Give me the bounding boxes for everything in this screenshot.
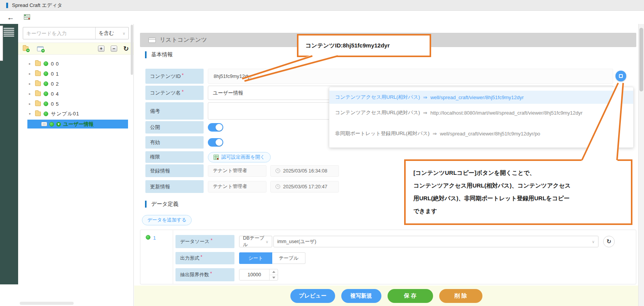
content-tree: ▸ 0 0 ▸ 0 1 ▸ 0 2 ▸ 0 4 xyxy=(18,59,133,128)
side-rail xyxy=(0,24,18,284)
duplicate-new-button[interactable]: 複写新規 xyxy=(341,289,381,303)
expand-all-button[interactable]: + xyxy=(98,46,105,52)
url-value: well/spread_craft/viewer/8hj51fc9my12dyr xyxy=(430,95,524,100)
add-content-icon[interactable] xyxy=(37,46,44,51)
tree-item-04[interactable]: ▸ 0 4 xyxy=(18,89,133,99)
save-button[interactable]: 保 存 xyxy=(388,289,433,303)
updated-timestamp: 2025/03/05 17:20:47 xyxy=(270,181,339,193)
tree-horizontal-scrollbar[interactable] xyxy=(20,302,74,305)
content-url-copy-button[interactable] xyxy=(615,71,626,81)
chevron-down-icon: ∨ xyxy=(123,31,125,36)
url-menu-item-relative[interactable]: コンテンツアクセス用URL(相対パス) ⇒ well/spread_craft/… xyxy=(329,91,633,104)
status-dot-icon xyxy=(146,235,150,240)
search-input[interactable] xyxy=(23,27,95,39)
chevron-right-icon[interactable]: ▸ xyxy=(29,92,32,96)
add-folder-icon[interactable] xyxy=(23,46,29,51)
tree-item-sample01[interactable]: ▾ サンプル01 xyxy=(18,109,133,119)
tree-item-02[interactable]: ▸ 0 2 xyxy=(18,79,133,89)
tree-item-00[interactable]: ▸ 0 0 xyxy=(18,59,133,69)
annotation-content-id-callout: コンテンツID:8hj51fc9my12dyr xyxy=(297,34,431,57)
tree-refresh-icon[interactable]: ↻ xyxy=(123,46,129,52)
field-label: 公開 xyxy=(145,121,204,134)
field-label: 出力形式* xyxy=(175,252,234,264)
tree-item-01[interactable]: ▸ 0 1 xyxy=(18,69,133,79)
folder-icon xyxy=(35,112,41,116)
datasource-table-select[interactable]: imm_user(ユーザ) ∨ xyxy=(273,236,598,247)
status-dot-icon xyxy=(44,112,48,116)
updated-user: テナント管理者 xyxy=(208,181,266,193)
field-label: 有効 xyxy=(145,136,204,149)
field-label: 更新情報 xyxy=(145,180,204,193)
folder-icon xyxy=(35,101,41,106)
collapse-all-button[interactable]: − xyxy=(111,46,117,52)
annotation-url-copy-callout: [コンテンツURLコピー]ボタンを開くことで、 コンテンツアクセス用URL(相対… xyxy=(404,159,632,225)
tree-item-05[interactable]: ▸ 0 5 xyxy=(18,99,133,109)
url-menu-item-portlet[interactable]: 非同期ポートレット登録用URL(相対パス) ⇒ well/spread_craf… xyxy=(329,126,633,141)
tree-item-label: 0 1 xyxy=(51,71,59,77)
extract-limit-stepper xyxy=(239,269,278,281)
tree-search-group: を含む ∨ xyxy=(23,27,129,39)
preview-button[interactable]: プレビュー xyxy=(290,289,335,303)
tree-scrollbar[interactable] xyxy=(130,25,133,287)
section-accent-bar xyxy=(145,201,147,208)
required-marker: * xyxy=(210,271,212,276)
rail-tab-handle[interactable] xyxy=(0,25,3,61)
main-scrollbar[interactable] xyxy=(638,24,644,306)
back-icon[interactable]: ← xyxy=(7,14,14,21)
folder-icon xyxy=(35,71,41,76)
extract-limit-input[interactable] xyxy=(239,269,269,280)
tree-item-label: 0 0 xyxy=(51,61,59,67)
row-content-id: コンテンツID* 8hj51fc9my12dyr xyxy=(145,69,613,84)
main-scrollbar-thumb[interactable] xyxy=(639,28,643,91)
folder-icon xyxy=(35,91,41,96)
datasource-refresh-button[interactable]: ↻ xyxy=(603,236,615,247)
list-content-icon xyxy=(41,122,47,126)
chevron-right-icon[interactable]: ▸ xyxy=(29,62,32,66)
section-basic-info: 基本情報 xyxy=(145,51,173,59)
spreadsheet-icon[interactable] xyxy=(24,14,30,21)
section-accent-bar xyxy=(145,51,147,58)
delete-button[interactable]: 削 除 xyxy=(439,289,482,303)
chevron-down-icon: ∨ xyxy=(266,240,268,244)
chevron-down-icon[interactable]: ▾ xyxy=(29,112,32,116)
clock-icon xyxy=(275,168,280,173)
output-format-table-button[interactable]: テーブル xyxy=(272,252,305,264)
tree-scrollbar-thumb[interactable] xyxy=(131,25,133,75)
add-data-button[interactable]: データを追加する xyxy=(142,215,192,225)
app-title: Spread Craft エディタ xyxy=(12,2,62,9)
match-condition-select[interactable]: を含む ∨ xyxy=(95,27,128,39)
stepper-up-icon[interactable] xyxy=(270,269,278,275)
row-datasource: データソース* DBテーブル ∨ imm_user(ユーザ) ∨ ↻ xyxy=(175,235,615,248)
enabled-toggle[interactable] xyxy=(208,138,223,147)
tree-item-user-info-selected[interactable]: ∨ ユーザー情報 xyxy=(27,120,128,128)
chevron-right-icon[interactable]: ▸ xyxy=(29,72,32,76)
field-label: 登録情報 xyxy=(145,164,204,177)
folder-icon xyxy=(35,81,41,86)
chevron-right-icon[interactable]: ▸ xyxy=(29,82,32,86)
tree-item-label: サンプル01 xyxy=(51,110,79,117)
tree-toolbar: + − ↻ xyxy=(18,42,133,55)
hamburger-menu-icon[interactable] xyxy=(3,28,14,37)
status-dot-icon xyxy=(49,122,54,127)
tree-item-label: ユーザー情報 xyxy=(63,121,94,128)
content-tree-panel: を含む ∨ + − ↻ ▸ 0 0 ▸ xyxy=(18,24,134,306)
field-label: コンテンツ名* xyxy=(145,86,204,100)
required-marker: * xyxy=(182,73,184,78)
tree-item-label: 0 2 xyxy=(51,81,59,87)
chevron-right-icon[interactable]: ▸ xyxy=(29,102,32,106)
field-label: 権限 xyxy=(145,151,204,163)
registered-timestamp: 2025/03/05 16:34:08 xyxy=(270,165,339,177)
stepper-down-icon[interactable] xyxy=(270,275,278,281)
status-dot-icon xyxy=(44,81,48,86)
publish-toggle[interactable] xyxy=(208,123,223,132)
url-menu-item-absolute[interactable]: コンテンツアクセス用URL(絶対パス) ⇒ http://localhost:8… xyxy=(329,105,633,120)
footer-action-bar: プレビュー 複写新規 保 存 削 除 xyxy=(134,286,638,306)
data-row-number: 1 xyxy=(153,235,156,241)
row-output-format: 出力形式* シート テーブル xyxy=(175,252,305,264)
field-label: 抽出限界件数* xyxy=(175,268,234,281)
open-auth-settings-button[interactable]: 認可設定画面を開く xyxy=(208,152,271,162)
clock-icon xyxy=(275,184,280,189)
required-marker: * xyxy=(211,238,212,243)
output-format-sheet-button[interactable]: シート xyxy=(239,252,272,264)
datasource-type-select[interactable]: DBテーブル ∨ xyxy=(239,236,272,247)
